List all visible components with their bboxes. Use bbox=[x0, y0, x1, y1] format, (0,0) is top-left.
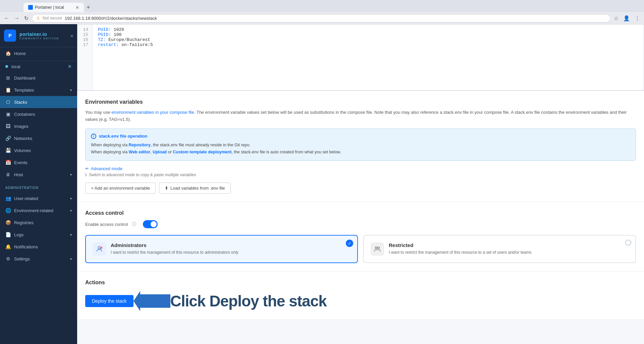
sidebar-item-home[interactable]: 🏠 Home bbox=[0, 47, 77, 59]
access-info-icon[interactable]: ⓘ bbox=[132, 221, 136, 227]
admin-section-label: Administration bbox=[0, 183, 77, 192]
line-num-15: 15 bbox=[82, 32, 88, 37]
code-line-15: PGID: 100 bbox=[98, 32, 638, 37]
browser-chrome: Portainer | local ✕ + ← → ↻ ⚠ Not secure… bbox=[0, 0, 644, 24]
env-related-chevron-icon: ▾ bbox=[70, 209, 72, 212]
tab-favicon bbox=[28, 5, 33, 10]
code-spacer bbox=[98, 47, 638, 88]
stackenv-info-box: i stack.env file operation When deployin… bbox=[85, 129, 636, 161]
info-circle-icon: i bbox=[91, 134, 96, 139]
admin-card-desc: I want to restrict the management of thi… bbox=[111, 249, 238, 255]
new-tab-button[interactable]: + bbox=[84, 4, 93, 11]
sidebar-item-host[interactable]: 🖥 Host ▾ bbox=[0, 168, 77, 181]
add-env-variable-button[interactable]: + Add an environment variable bbox=[85, 183, 156, 194]
sidebar-volumes-label: Volumes bbox=[14, 148, 31, 153]
svg-marker-7 bbox=[133, 291, 170, 311]
address-bar[interactable]: ⚠ Not secure 192.168.1.18:9000/#!/2/dock… bbox=[32, 14, 610, 22]
toggle-row: Enable access control ⓘ bbox=[85, 220, 636, 228]
app-wrapper: P portainer.io COMMUNITY EDITION « 🏠 Hom… bbox=[0, 24, 644, 344]
sidebar-item-containers[interactable]: ▣ Containers bbox=[0, 108, 77, 120]
browser-tabs: Portainer | local ✕ + bbox=[0, 0, 644, 12]
settings-chevron-icon: ▾ bbox=[70, 257, 72, 261]
admin-access-card[interactable]: Administrators I want to restrict the ma… bbox=[85, 235, 358, 263]
collapse-sidebar-button[interactable]: « bbox=[70, 33, 73, 38]
advanced-hint-text: Switch to advanced mode to copy & paste … bbox=[89, 173, 196, 177]
sidebar-user-related-label: User-related bbox=[14, 196, 38, 201]
sidebar-logo: P portainer.io COMMUNITY EDITION « bbox=[0, 24, 77, 47]
enable-access-label: Enable access control bbox=[85, 222, 128, 227]
sidebar-item-user-related[interactable]: 👥 User-related ▾ bbox=[0, 192, 77, 204]
access-control-title: Access control bbox=[85, 210, 636, 216]
env-variables-title: Environment variables bbox=[85, 99, 636, 105]
svg-point-4 bbox=[375, 247, 377, 249]
arrow-annotation-svg bbox=[133, 291, 170, 311]
sidebar-home-label: Home bbox=[14, 51, 26, 56]
sidebar: P portainer.io COMMUNITY EDITION « 🏠 Hom… bbox=[0, 24, 77, 344]
sidebar-item-images[interactable]: 🖼 Images bbox=[0, 120, 77, 132]
admin-card-text: Administrators I want to restrict the ma… bbox=[111, 242, 238, 255]
line-num-17: 17 bbox=[82, 42, 88, 47]
sidebar-item-registries[interactable]: 📦 Registries bbox=[0, 216, 77, 229]
admin-card-check-badge: ✓ bbox=[346, 240, 353, 247]
env-related-icon: 🌐 bbox=[5, 208, 11, 213]
sidebar-item-stacks[interactable]: ⬡ Stacks bbox=[0, 96, 77, 108]
env-close-button[interactable]: ✕ bbox=[68, 64, 72, 69]
advanced-mode-icon: ✏ bbox=[85, 166, 89, 171]
sidebar-env-header: local ✕ bbox=[0, 61, 77, 72]
click-annotation-text: Click Deploy the stack bbox=[170, 292, 327, 310]
actions-section: Actions Deploy the stack Click Deploy th… bbox=[77, 272, 644, 319]
info-line-1: When deploying via Repository, the stack… bbox=[91, 142, 630, 149]
bookmark-button[interactable]: ☆ bbox=[612, 14, 620, 23]
home-icon: 🏠 bbox=[5, 51, 11, 56]
notifications-icon: 🔔 bbox=[5, 244, 11, 249]
code-line-16: TZ: Europe/Bucharest bbox=[98, 37, 638, 42]
host-icon: 🖥 bbox=[5, 172, 11, 177]
sidebar-item-dashboard[interactable]: ⊞ Dashboard bbox=[0, 72, 77, 84]
logo-group: P portainer.io COMMUNITY EDITION bbox=[4, 30, 59, 42]
sidebar-item-settings[interactable]: ⚙ Settings ▾ bbox=[0, 253, 77, 265]
restricted-access-card[interactable]: Restricted I want to restrict the manage… bbox=[363, 235, 636, 263]
menu-button[interactable]: ⋮ bbox=[633, 14, 641, 23]
sidebar-item-logs[interactable]: 📄 Logs ▾ bbox=[0, 229, 77, 241]
line-num-16: 16 bbox=[82, 37, 88, 42]
access-control-toggle[interactable] bbox=[143, 220, 158, 228]
sidebar-item-volumes[interactable]: 💾 Volumes bbox=[0, 144, 77, 156]
sidebar-item-notifications[interactable]: 🔔 Notifications bbox=[0, 241, 77, 253]
deploy-row: Deploy the stack Click Deploy the stack bbox=[85, 291, 636, 311]
not-secure-label: Not secure bbox=[43, 16, 62, 20]
sidebar-logs-label: Logs bbox=[14, 232, 23, 237]
back-button[interactable]: ← bbox=[3, 14, 11, 22]
sidebar-host-label: Host bbox=[14, 172, 23, 177]
sidebar-containers-label: Containers bbox=[14, 112, 35, 117]
logs-icon: 📄 bbox=[5, 232, 11, 237]
tab-close-icon[interactable]: ✕ bbox=[75, 5, 79, 10]
user-related-chevron-icon: ▾ bbox=[70, 197, 72, 200]
sidebar-item-templates[interactable]: 📋 Templates ▾ bbox=[0, 84, 77, 96]
advanced-mode-link[interactable]: Advanced mode bbox=[91, 166, 122, 171]
sidebar-item-events[interactable]: 📅 Events bbox=[0, 156, 77, 168]
svg-point-5 bbox=[378, 247, 380, 249]
user-related-icon: 👥 bbox=[5, 196, 11, 201]
reload-button[interactable]: ↻ bbox=[23, 14, 30, 23]
info-line-2: When deploying via Web editor, Upload or… bbox=[91, 149, 630, 156]
access-control-section: Access control Enable access control ⓘ bbox=[77, 202, 644, 272]
restricted-card-icon bbox=[374, 245, 381, 253]
deploy-stack-button[interactable]: Deploy the stack bbox=[85, 295, 133, 307]
profile-button[interactable]: 👤 bbox=[622, 14, 631, 23]
sidebar-item-networks[interactable]: 🔗 Networks bbox=[0, 132, 77, 144]
sidebar-stacks-label: Stacks bbox=[14, 100, 27, 105]
restricted-card-icon-wrap bbox=[371, 242, 384, 256]
env-compose-link[interactable]: environment variables in your compose fi… bbox=[111, 110, 194, 115]
browser-toolbar: ← → ↻ ⚠ Not secure 192.168.1.18:9000/#!/… bbox=[0, 12, 644, 24]
restricted-card-radio bbox=[625, 240, 631, 246]
access-cards-container: Administrators I want to restrict the ma… bbox=[85, 235, 636, 263]
sidebar-item-env-related[interactable]: 🌐 Environment-related ▾ bbox=[0, 204, 77, 216]
line-num-14: 14 bbox=[82, 27, 88, 32]
logs-chevron-icon: ▾ bbox=[70, 233, 72, 237]
line-numbers: 14 15 16 17 bbox=[77, 24, 93, 90]
forward-button[interactable]: → bbox=[13, 14, 21, 22]
load-env-file-button[interactable]: ⬆ Load variables from .env file bbox=[159, 183, 231, 194]
code-lines[interactable]: PUID: 1026 PGID: 100 TZ: Europe/Buchares… bbox=[93, 24, 644, 90]
sidebar-env-related-label: Environment-related bbox=[14, 208, 53, 213]
browser-tab-active[interactable]: Portainer | local ✕ bbox=[23, 3, 84, 12]
